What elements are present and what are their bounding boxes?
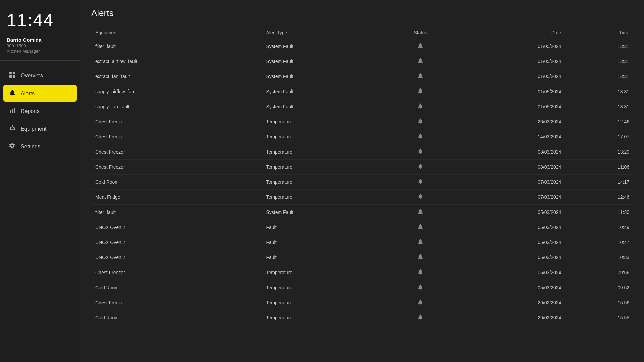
- bell-icon: [417, 269, 423, 276]
- cell-equipment: Chest Freezer: [91, 295, 262, 310]
- cell-time: 09:56: [565, 265, 633, 280]
- cell-alert-type: System Fault: [262, 99, 384, 114]
- cell-alert-type: Temperature: [262, 280, 384, 295]
- sidebar-item-equipment[interactable]: Equipment: [3, 121, 77, 137]
- table-row: Chest FreezerTemperature26/03/202412:46: [91, 114, 633, 129]
- svg-rect-3: [13, 75, 15, 78]
- cell-date: 01/05/2024: [457, 99, 566, 114]
- col-header-date: Date: [457, 26, 566, 39]
- cell-date: 14/03/2024: [457, 129, 566, 144]
- cell-date: 01/05/2024: [457, 39, 566, 54]
- table-row: extract_fan_faultSystem Fault01/05/20241…: [91, 69, 633, 84]
- sidebar-label-equipment: Equipment: [21, 126, 47, 132]
- cell-alert-type: Temperature: [262, 160, 384, 175]
- table-row: Chest FreezerTemperature08/03/202413:20: [91, 144, 633, 160]
- cell-status: [384, 114, 457, 129]
- sidebar-item-alerts[interactable]: Alerts: [3, 85, 77, 102]
- table-row: supply_fan_faultSystem Fault01/05/202413…: [91, 99, 633, 114]
- cell-alert-type: System Fault: [262, 205, 384, 220]
- cell-status: [384, 84, 457, 99]
- cell-time: 13:31: [565, 99, 633, 114]
- bell-icon: [417, 314, 423, 321]
- cell-alert-type: Temperature: [262, 144, 384, 160]
- cell-status: [384, 265, 457, 280]
- cell-date: 01/05/2024: [457, 69, 566, 84]
- cell-alert-type: Temperature: [262, 295, 384, 310]
- page-title: Alerts: [91, 8, 633, 18]
- bell-icon: [417, 239, 423, 246]
- sidebar-label-alerts: Alerts: [21, 90, 35, 97]
- sidebar-label-overview: Overview: [21, 73, 43, 79]
- bell-icon: [417, 208, 423, 216]
- navigation: Overview Alerts Reports: [0, 67, 80, 155]
- cell-alert-type: System Fault: [262, 39, 384, 54]
- cell-time: 15:55: [565, 310, 633, 325]
- cell-time: 12:46: [565, 114, 633, 129]
- cell-date: 29/02/2024: [457, 295, 566, 310]
- cell-equipment: Chest Freezer: [91, 160, 262, 175]
- cell-alert-type: Temperature: [262, 129, 384, 144]
- overview-icon: [9, 71, 16, 80]
- main-content: Alerts Equipment Alert Type Status Date …: [80, 0, 644, 362]
- cell-date: 07/03/2024: [457, 175, 566, 190]
- sidebar-item-overview[interactable]: Overview: [3, 67, 77, 84]
- user-info: Barrio Comida 30011509 Kitchen Manager: [0, 37, 80, 61]
- cell-date: 01/05/2024: [457, 84, 566, 99]
- table-row: Meat FridgeTemperature07/03/202412:46: [91, 190, 633, 205]
- cell-status: [384, 39, 457, 54]
- cell-time: 11:30: [565, 205, 633, 220]
- cell-time: 13:31: [565, 39, 633, 54]
- cell-alert-type: System Fault: [262, 54, 384, 69]
- cell-time: 09:52: [565, 280, 633, 295]
- sidebar-label-reports: Reports: [21, 108, 40, 114]
- svg-rect-4: [10, 110, 11, 113]
- table-row: Chest FreezerTemperature29/02/202415:56: [91, 295, 633, 310]
- cell-status: [384, 175, 457, 190]
- cell-status: [384, 295, 457, 310]
- user-name: Barrio Comida: [7, 37, 73, 43]
- svg-rect-2: [9, 75, 12, 78]
- cell-alert-type: Temperature: [262, 114, 384, 129]
- table-row: Chest FreezerTemperature14/03/202417:07: [91, 129, 633, 144]
- col-header-equipment: Equipment: [91, 26, 262, 39]
- cell-equipment: Chest Freezer: [91, 265, 262, 280]
- table-row: extract_airflow_faultSystem Fault01/05/2…: [91, 54, 633, 69]
- alerts-icon: [9, 89, 16, 98]
- bell-icon: [417, 299, 423, 306]
- sidebar-item-reports[interactable]: Reports: [3, 103, 77, 119]
- svg-rect-6: [14, 108, 15, 113]
- cell-time: 15:56: [565, 295, 633, 310]
- cell-date: 08/03/2024: [457, 144, 566, 160]
- bell-icon: [417, 224, 423, 231]
- cell-status: [384, 280, 457, 295]
- cell-equipment: UNOX Oven 2: [91, 250, 262, 265]
- cell-status: [384, 69, 457, 84]
- cell-date: 05/03/2024: [457, 250, 566, 265]
- cell-status: [384, 54, 457, 69]
- alerts-tbody: filter_faultSystem Fault01/05/202413:31e…: [91, 39, 633, 325]
- cell-equipment: Cold Room: [91, 175, 262, 190]
- col-header-status: Status: [384, 26, 457, 39]
- cell-alert-type: Temperature: [262, 310, 384, 325]
- sidebar: 11:44 Barrio Comida 30011509 Kitchen Man…: [0, 0, 80, 362]
- cell-equipment: filter_fault: [91, 205, 262, 220]
- sidebar-item-settings[interactable]: Settings: [3, 138, 77, 155]
- cell-date: 05/03/2024: [457, 280, 566, 295]
- cell-equipment: Cold Room: [91, 280, 262, 295]
- cell-equipment: supply_airflow_fault: [91, 84, 262, 99]
- cell-time: 13:31: [565, 54, 633, 69]
- cell-date: 05/03/2024: [457, 220, 566, 235]
- table-row: Cold RoomTemperature05/03/202409:52: [91, 280, 633, 295]
- cell-alert-type: Temperature: [262, 175, 384, 190]
- col-header-time: Time: [565, 26, 633, 39]
- cell-time: 10:47: [565, 235, 633, 250]
- bell-icon: [417, 133, 423, 140]
- cell-status: [384, 129, 457, 144]
- cell-status: [384, 190, 457, 205]
- cell-equipment: extract_fan_fault: [91, 69, 262, 84]
- equipment-icon: [9, 125, 16, 133]
- bell-icon: [417, 43, 423, 50]
- cell-time: 13:31: [565, 69, 633, 84]
- cell-date: 05/03/2024: [457, 205, 566, 220]
- alerts-scroll-container[interactable]: Equipment Alert Type Status Date Time fi…: [91, 26, 633, 354]
